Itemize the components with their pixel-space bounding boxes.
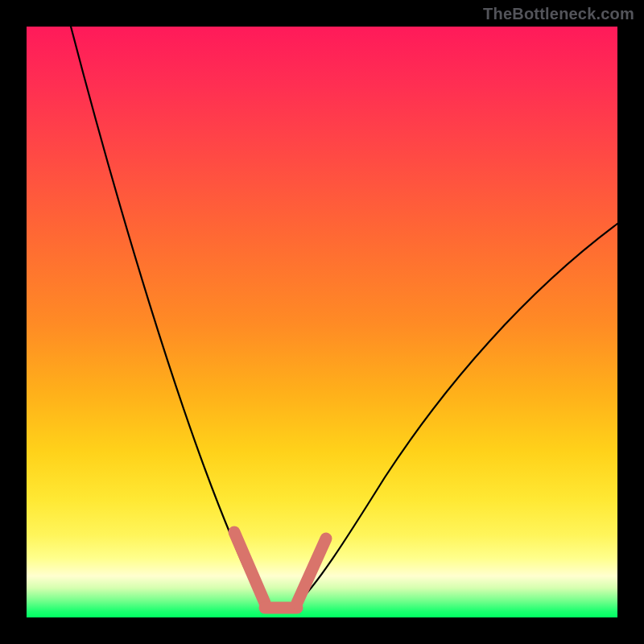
chart-container: TheBottleneck.com (0, 0, 644, 644)
watermark-text: TheBottleneck.com (483, 5, 634, 23)
curve-left-branch (71, 27, 266, 606)
marker-left (234, 532, 265, 603)
curve-svg (27, 27, 617, 617)
plot-area (27, 27, 617, 617)
marker-right (297, 539, 326, 603)
curve-right-branch (295, 224, 617, 606)
